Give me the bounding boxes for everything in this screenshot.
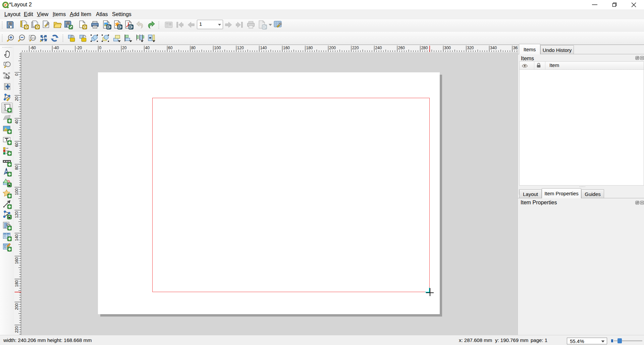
svg-text:160: 160 bbox=[14, 257, 19, 264]
svg-text:220: 220 bbox=[352, 46, 359, 50]
svg-text:180: 180 bbox=[14, 280, 19, 287]
svg-text:-60: -60 bbox=[30, 46, 36, 50]
svg-text:120: 120 bbox=[14, 211, 19, 218]
svg-text:180: 180 bbox=[306, 46, 313, 50]
svg-text:240: 240 bbox=[375, 46, 382, 50]
svg-text:20: 20 bbox=[122, 46, 127, 50]
svg-text:40: 40 bbox=[14, 119, 19, 124]
svg-text:40: 40 bbox=[145, 46, 150, 50]
svg-text:280: 280 bbox=[421, 46, 428, 50]
svg-text:60: 60 bbox=[14, 142, 19, 147]
svg-text:0: 0 bbox=[99, 46, 101, 50]
svg-text:0: 0 bbox=[14, 73, 19, 76]
svg-text:100: 100 bbox=[214, 46, 221, 50]
svg-text:140: 140 bbox=[260, 46, 267, 50]
svg-text:300: 300 bbox=[444, 46, 451, 50]
svg-text:320: 320 bbox=[467, 46, 474, 50]
svg-text:-40: -40 bbox=[53, 46, 59, 50]
svg-text:200: 200 bbox=[329, 46, 336, 50]
svg-text:360: 360 bbox=[513, 46, 518, 50]
svg-text:120: 120 bbox=[237, 46, 244, 50]
svg-text:20: 20 bbox=[14, 96, 19, 101]
svg-text:80: 80 bbox=[14, 165, 19, 170]
svg-text:60: 60 bbox=[168, 46, 173, 50]
svg-text:80: 80 bbox=[191, 46, 196, 50]
svg-text:260: 260 bbox=[398, 46, 405, 50]
svg-text:340: 340 bbox=[490, 46, 497, 50]
svg-text:160: 160 bbox=[283, 46, 290, 50]
svg-text:140: 140 bbox=[14, 234, 19, 241]
svg-text:-20: -20 bbox=[76, 46, 82, 50]
svg-text:220: 220 bbox=[14, 326, 19, 333]
svg-text:200: 200 bbox=[14, 303, 19, 310]
svg-text:100: 100 bbox=[14, 188, 19, 195]
